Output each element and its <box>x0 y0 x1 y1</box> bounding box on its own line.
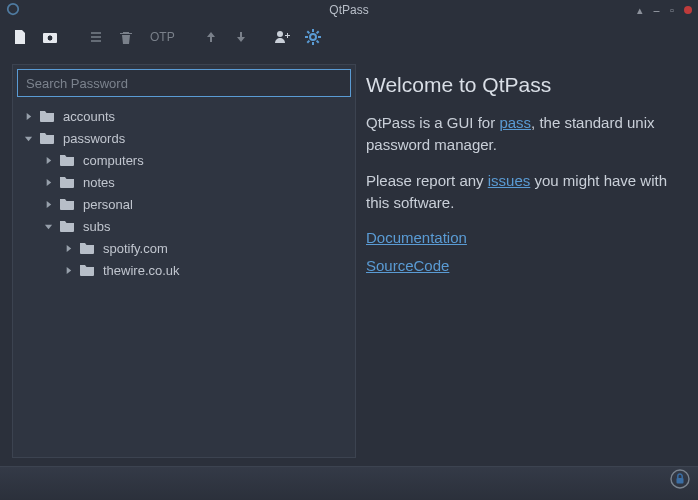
folder-icon <box>79 241 103 255</box>
search-input[interactable] <box>17 69 351 97</box>
tree-node-label: thewire.co.uk <box>103 263 180 278</box>
tree-node-label: subs <box>83 219 110 234</box>
tree-node-label: notes <box>83 175 115 190</box>
window-minimize-icon[interactable]: ‒ <box>653 4 660 17</box>
otp-button[interactable]: OTP <box>144 25 181 49</box>
window-controls: ▴ ‒ ▫ <box>637 0 692 20</box>
toolbar: OTP <box>0 20 698 54</box>
folder-icon <box>39 131 63 145</box>
users-button[interactable] <box>271 25 295 49</box>
chevron-down-icon[interactable] <box>41 219 55 233</box>
svg-line-10 <box>307 31 309 33</box>
chevron-right-icon[interactable] <box>41 175 55 189</box>
tree-node[interactable]: subs <box>15 215 353 237</box>
tree-node-label: computers <box>83 153 144 168</box>
settings-button[interactable] <box>301 25 325 49</box>
link-sourcecode[interactable]: SourceCode <box>366 257 449 274</box>
content-pane: Welcome to QtPass QtPass is a GUI for pa… <box>362 64 692 458</box>
new-folder-button[interactable] <box>38 25 62 49</box>
tree-node[interactable]: notes <box>15 171 353 193</box>
folder-icon <box>59 197 83 211</box>
chevron-right-icon[interactable] <box>61 241 75 255</box>
link-issues[interactable]: issues <box>488 172 531 189</box>
chevron-right-icon[interactable] <box>21 109 35 123</box>
chevron-down-icon[interactable] <box>21 131 35 145</box>
window-title: QtPass <box>329 3 368 17</box>
svg-line-13 <box>316 31 318 33</box>
edit-button[interactable] <box>84 25 108 49</box>
statusbar <box>0 466 698 500</box>
push-button[interactable] <box>199 25 223 49</box>
report-paragraph: Please report any issues you might have … <box>366 170 688 214</box>
folder-icon <box>59 175 83 189</box>
delete-button[interactable] <box>114 25 138 49</box>
titlebar: QtPass ▴ ‒ ▫ <box>0 0 698 20</box>
tree-node-label: spotify.com <box>103 241 168 256</box>
new-password-button[interactable] <box>8 25 32 49</box>
main-area: accountspasswordscomputersnotespersonals… <box>0 54 698 466</box>
tree-node-label: personal <box>83 197 133 212</box>
tree-node[interactable]: thewire.co.uk <box>15 259 353 281</box>
chevron-right-icon[interactable] <box>41 153 55 167</box>
folder-icon <box>79 263 103 277</box>
svg-point-4 <box>277 31 283 37</box>
password-tree[interactable]: accountspasswordscomputersnotespersonals… <box>13 101 355 457</box>
link-pass[interactable]: pass <box>499 114 531 131</box>
svg-rect-3 <box>48 38 53 39</box>
svg-line-11 <box>316 41 318 43</box>
folder-icon <box>59 219 83 233</box>
sidebar: accountspasswordscomputersnotespersonals… <box>12 64 356 458</box>
tree-node-label: accounts <box>63 109 115 124</box>
tree-node[interactable]: computers <box>15 149 353 171</box>
chevron-right-icon[interactable] <box>41 197 55 211</box>
tree-node[interactable]: accounts <box>15 105 353 127</box>
tree-node-label: passwords <box>63 131 125 146</box>
window-keep-above-icon[interactable]: ▴ <box>637 4 643 17</box>
pull-button[interactable] <box>229 25 253 49</box>
svg-rect-15 <box>677 478 684 484</box>
folder-icon <box>59 153 83 167</box>
svg-point-5 <box>310 34 316 40</box>
app-icon <box>6 2 20 16</box>
tree-node[interactable]: spotify.com <box>15 237 353 259</box>
svg-line-12 <box>307 41 309 43</box>
tree-node[interactable]: personal <box>15 193 353 215</box>
chevron-right-icon[interactable] <box>61 263 75 277</box>
intro-paragraph: QtPass is a GUI for pass, the standard u… <box>366 112 688 156</box>
link-documentation[interactable]: Documentation <box>366 229 467 246</box>
lock-icon <box>670 469 690 489</box>
tree-node[interactable]: passwords <box>15 127 353 149</box>
window-close-icon[interactable] <box>684 6 692 14</box>
folder-icon <box>39 109 63 123</box>
window-maximize-icon[interactable]: ▫ <box>670 4 674 16</box>
welcome-heading: Welcome to QtPass <box>366 70 688 100</box>
